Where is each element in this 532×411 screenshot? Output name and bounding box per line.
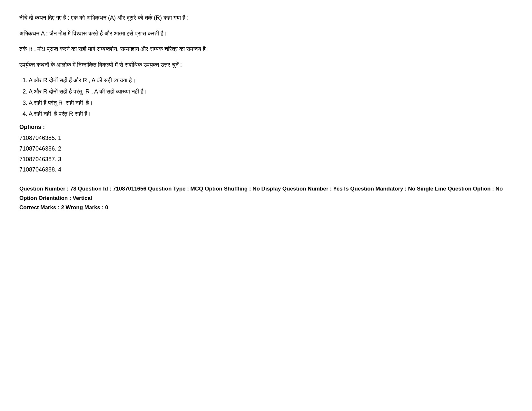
meta-line-1: Question Number : 78 Question Id : 71087… xyxy=(19,184,513,203)
choice-2: 2. A और R दोनों सही हैं परंतु R , A की स… xyxy=(23,87,513,97)
question-body: नीचे दो कथन दिए गए हैं : एक को अभिकथन (A… xyxy=(19,13,513,212)
metadata-section: Question Number : 78 Question Id : 71087… xyxy=(19,184,513,212)
meta-line-2: Correct Marks : 2 Wrong Marks : 0 xyxy=(19,203,513,212)
options-label: Options : xyxy=(19,122,513,132)
option-code-1: 71087046385. 1 xyxy=(19,133,513,143)
reason-line: तर्क R : मोक्ष प्राप्त करने का सही मार्ग… xyxy=(19,44,513,54)
choices-list: 1. A और R दोनों सही हैं और R , A की सही … xyxy=(23,75,513,119)
choice-3: 3. A सही है परंतु R सही नहीं है। xyxy=(23,98,513,108)
option-code-4: 71087046388. 4 xyxy=(19,165,513,175)
option-code-2: 71087046386. 2 xyxy=(19,144,513,154)
assertion-line: अभिकथन A : जैन मोक्ष में विश्वास करते है… xyxy=(19,29,513,39)
choice-1: 1. A और R दोनों सही हैं और R , A की सही … xyxy=(23,75,513,85)
option-code-3: 71087046387. 3 xyxy=(19,154,513,164)
choice-4: 4. A सही नहीं है परंतु R सही है। xyxy=(23,109,513,119)
intro-line: नीचे दो कथन दिए गए हैं : एक को अभिकथन (A… xyxy=(19,13,513,23)
instruction-line: उपर्युक्त कथनों के आलोक में निम्नांकित व… xyxy=(19,60,513,70)
